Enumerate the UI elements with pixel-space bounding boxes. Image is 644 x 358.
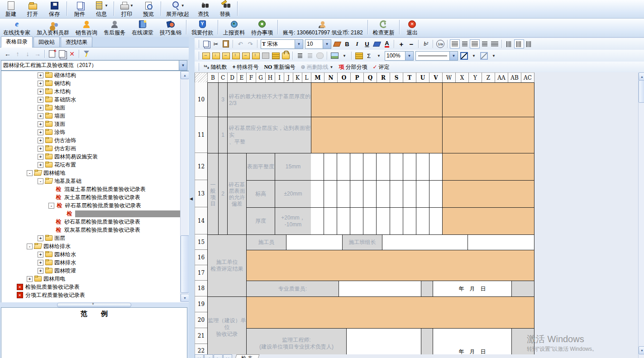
left-panel-tab[interactable]: 表格目录 <box>1 36 33 48</box>
grid-cell[interactable]: 监理（建设）单位 验收记录 <box>207 296 247 358</box>
grid-cell[interactable] <box>467 234 534 250</box>
tree-expander[interactable] <box>38 105 43 111</box>
measure-cell[interactable] <box>377 153 390 181</box>
tree-item[interactable]: 涂饰 <box>1 128 189 136</box>
grid-cell[interactable] <box>442 207 534 235</box>
grid-cell[interactable]: 施工单位 检查评定结果 <box>207 234 247 297</box>
fraction-button[interactable]: 1/a <box>435 39 445 48</box>
toolbar-button[interactable] <box>277 20 278 34</box>
pattern-button[interactable] <box>261 51 271 60</box>
column-header[interactable]: AC <box>521 72 534 83</box>
measure-cell[interactable] <box>416 180 429 208</box>
toolbar-button[interactable] <box>218 20 219 34</box>
toolbar-button[interactable] <box>114 1 114 16</box>
row-header[interactable]: 12 <box>195 153 208 180</box>
tree-item[interactable]: 砂石基层检验批质量验收记录表 <box>1 218 189 226</box>
align-left-button[interactable] <box>460 39 470 48</box>
toolbar-button[interactable]: 在线找专家 <box>0 19 33 37</box>
tree-item[interactable]: 地基及基础 <box>1 177 189 185</box>
lock-button[interactable] <box>281 51 291 60</box>
tool-button[interactable]: + 特殊符号 <box>232 63 258 71</box>
line-spacing-decrease-button[interactable] <box>305 51 315 60</box>
align-right-button[interactable] <box>480 39 490 48</box>
grid-cell[interactable] <box>311 82 443 117</box>
row-header[interactable]: 10 <box>195 82 208 117</box>
grid-cell[interactable] <box>442 180 534 208</box>
tree-item-label[interactable]: 园林用电 <box>43 275 65 283</box>
tree-item-label[interactable]: 基础防水 <box>54 96 76 104</box>
vertical-text-left-button[interactable] <box>504 39 514 48</box>
tree-expander[interactable] <box>38 162 43 168</box>
column-header[interactable]: AB <box>508 72 521 83</box>
grid-cell[interactable] <box>207 82 219 117</box>
increase-button[interactable]: + <box>396 39 406 48</box>
toolbar-button[interactable]: 在线课堂 <box>129 19 157 37</box>
grid-cell[interactable]: 2 <box>218 153 228 235</box>
measure-cell[interactable] <box>337 180 350 208</box>
measure-cell[interactable] <box>416 207 429 235</box>
edit-table-button[interactable] <box>271 51 281 60</box>
panel-divider[interactable]: ◀ <box>189 37 195 358</box>
measure-cell[interactable] <box>390 153 403 181</box>
tree-expander[interactable] <box>27 276 33 282</box>
toolbar-button[interactable]: 打开 <box>22 0 43 19</box>
row-header[interactable]: 18 <box>195 281 208 296</box>
row-header[interactable]: 19 <box>195 296 208 312</box>
measure-cell[interactable] <box>429 180 443 208</box>
measure-cell[interactable] <box>337 153 350 181</box>
scroll-up-button[interactable]: ▲ <box>639 72 644 81</box>
grid-cell[interactable]: 厚度 <box>246 207 275 235</box>
tool-button[interactable]: ✓ 评定 <box>372 63 389 71</box>
measure-cell[interactable] <box>377 207 390 235</box>
insert-image-button[interactable] <box>329 51 339 60</box>
toolbar-button[interactable]: 技巧集锦 <box>157 19 185 37</box>
toolbar-button[interactable]: 检查更新 <box>370 19 398 37</box>
measure-cell[interactable] <box>350 207 363 235</box>
row-header[interactable]: 11 <box>195 117 208 153</box>
tree-expander[interactable] <box>38 252 43 258</box>
measure-cell[interactable] <box>350 153 363 181</box>
tree-expander[interactable] <box>38 129 43 135</box>
line-style-select[interactable]: ▼ <box>415 51 458 61</box>
chevron-down-icon[interactable]: ▼ <box>405 52 413 60</box>
border-color-dropdown[interactable]: ▼ <box>469 51 479 60</box>
measure-cell[interactable] <box>350 180 363 208</box>
tree-expander[interactable] <box>38 260 43 266</box>
grid-cell[interactable]: 监理工程师: (建设单位项目专业技术负责人) <box>246 328 347 358</box>
tree-item-label[interactable]: 木结构 <box>54 88 71 95</box>
grid-cell[interactable]: 施工班组长 <box>342 234 382 250</box>
zoom-select[interactable]: 100% ▼ <box>385 51 414 61</box>
measure-cell[interactable] <box>311 180 324 208</box>
measure-cell[interactable] <box>363 180 377 208</box>
line-spacing-increase-button[interactable] <box>295 51 305 60</box>
toolbar-button[interactable]: 加入资料员群 <box>33 19 72 37</box>
left-panel-tab[interactable]: 查找结果 <box>61 37 92 47</box>
grid-cell[interactable] <box>207 117 219 153</box>
measure-cell[interactable] <box>363 153 377 181</box>
vertical-text-right-button[interactable] <box>524 39 534 48</box>
catalog-select[interactable]: 园林绿化工程施工及验收规范（2017） ▼ <box>1 60 187 71</box>
tree-item-label[interactable]: 园林排水 <box>54 259 76 267</box>
grid-cell[interactable]: 碎石基层应分层压实，达到表面密实 、平整 <box>227 117 311 153</box>
tree-expander[interactable] <box>38 113 43 119</box>
scroll-thumb[interactable] <box>181 235 189 293</box>
grid-cell[interactable]: ±20mm <box>275 180 311 208</box>
first-sheet-button[interactable]: |◀ <box>195 354 204 358</box>
measure-cell[interactable] <box>390 180 403 208</box>
chevron-down-icon[interactable]: ▼ <box>449 52 458 60</box>
bold-button[interactable]: B <box>342 39 352 48</box>
delete-button[interactable]: ✕ <box>67 49 77 58</box>
tree-item-label[interactable]: 双灰基层检验批质量验收记录表 <box>64 226 140 234</box>
tree-item-label[interactable]: 仿古油饰 <box>54 137 76 144</box>
insert-column-button[interactable] <box>221 51 231 60</box>
italic-button[interactable]: I <box>352 39 362 48</box>
measure-cell[interactable] <box>311 207 324 235</box>
tree-item[interactable]: 钢结构 <box>1 79 189 87</box>
toolbar-grip[interactable] <box>197 63 199 71</box>
add-document-button[interactable] <box>47 49 57 58</box>
grid-cell[interactable]: +20mm， -10mm <box>275 207 311 235</box>
tool-button[interactable]: ¹²₃ 随机数 <box>204 63 227 71</box>
column-header[interactable]: J <box>284 72 293 83</box>
measure-cell[interactable] <box>390 207 403 235</box>
link-button[interactable] <box>315 51 325 60</box>
